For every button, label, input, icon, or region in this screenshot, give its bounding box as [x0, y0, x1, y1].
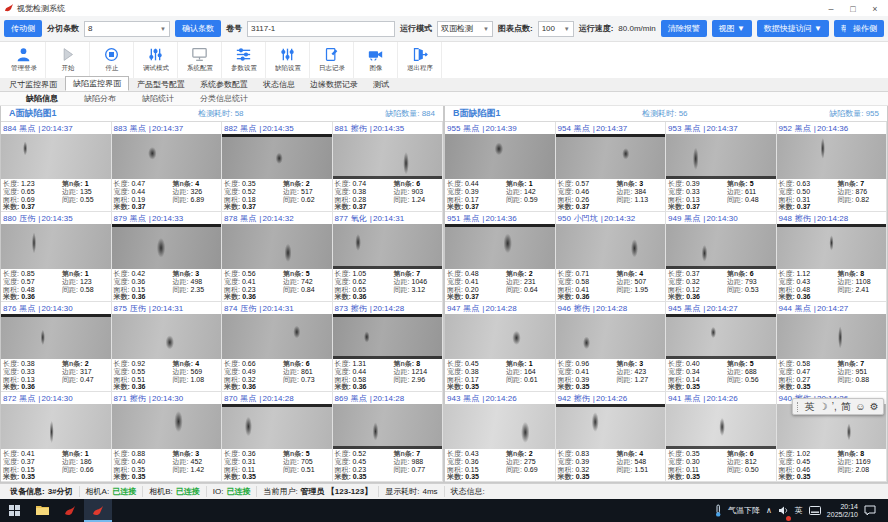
defect-cell[interactable]: 954 黑点 20:14:37 长度: 0.57 宽度: 0.46 面积: 0.… [556, 122, 667, 212]
main-tab-6[interactable]: 测试 [366, 78, 396, 91]
defect-cell[interactable]: 952 黑点 20:14:36 长度: 0.63 宽度: 0.50 面积: 0.… [777, 122, 888, 212]
maximize-button[interactable]: □ [842, 2, 864, 16]
operator-side-button[interactable]: 操作侧 [846, 20, 884, 37]
inspection-app-taskbar-button[interactable] [84, 499, 112, 522]
debug-mode-button[interactable]: 调试模式 [134, 42, 178, 78]
ime-item-5[interactable]: ⚙ [870, 401, 879, 412]
display-time-label: 显示耗时: [385, 486, 419, 497]
sub-tab-3[interactable]: 分类信息统计 [200, 93, 248, 104]
sub-tab-1[interactable]: 缺陷分布 [84, 93, 116, 104]
cell-gap: 1.08 [190, 376, 204, 383]
keyboard-icon[interactable] [809, 506, 821, 515]
cell-length: 0.71 [575, 270, 589, 277]
defect-cell[interactable]: 948 擦伤 20:14:28 长度: 1.12 宽度: 0.43 面积: 0.… [777, 212, 888, 302]
ime-drag-handle[interactable] [797, 402, 800, 412]
defect-cell[interactable]: 882 黑点 20:14:35 长度: 0.35 宽度: 0.52 面积: 0.… [222, 122, 333, 212]
ime-item-4[interactable]: ☺ [855, 401, 865, 412]
ime-item-0[interactable]: 英 [804, 400, 814, 414]
ime-item-3[interactable]: 简 [841, 400, 851, 414]
defect-cell[interactable]: 871 擦伤 20:14:30 长度: 0.88 宽度: 0.40 面积: 0.… [112, 392, 223, 482]
ime-item-1[interactable]: ☽ [819, 401, 828, 412]
defect-cell[interactable]: 942 擦伤 20:14:26 长度: 0.83 宽度: 0.39 面积: 0.… [556, 392, 667, 482]
defect-cell[interactable]: 955 黑点 20:14:39 长度: 0.44 宽度: 0.39 面积: 0.… [445, 122, 556, 212]
defect-cell[interactable]: 951 黑点 20:14:36 长度: 0.48 宽度: 0.41 面积: 0.… [445, 212, 556, 302]
defect-cell[interactable]: 880 压伤 20:14:35 长度: 0.85 宽度: 0.57 面积: 0.… [1, 212, 112, 302]
main-tab-3[interactable]: 系统参数配置 [193, 78, 255, 91]
panel-a: A面缺陷图1 检测耗时: 58 缺陷数量: 884 884 黑点 20:14:3… [0, 106, 444, 483]
confirm-count-button[interactable]: 确认条数 [175, 20, 221, 37]
defect-cell[interactable]: 879 黑点 20:14:33 长度: 0.42 宽度: 0.36 面积: 0.… [112, 212, 223, 302]
chart-points-select[interactable]: 100▼ [538, 21, 574, 37]
image-button[interactable]: 图像 [354, 42, 398, 78]
toolbar-button-2[interactable]: 数据快捷访问 ▼ [757, 20, 829, 37]
defect-cell[interactable]: 876 黑点 20:14:30 长度: 0.38 宽度: 0.33 面积: 0.… [1, 302, 112, 392]
defect-cell[interactable]: 870 黑点 20:14:28 长度: 0.36 宽度: 0.31 面积: 0.… [222, 392, 333, 482]
defect-cell[interactable]: 945 黑点 20:14:27 长度: 0.40 宽度: 0.34 面积: 0.… [666, 302, 777, 392]
run-mode-select[interactable]: 双面检测▼ [437, 21, 493, 37]
thermometer-icon[interactable] [714, 504, 722, 517]
close-button[interactable]: × [864, 2, 886, 16]
ime-item-2[interactable]: ’, [832, 401, 837, 412]
defect-cell[interactable]: 877 氧化 20:14:31 长度: 1.05 宽度: 0.62 面积: 0.… [333, 212, 444, 302]
defect-cell-header: 947 黑点 20:14:28 [445, 302, 555, 314]
main-tab-5[interactable]: 边缘数据记录 [303, 78, 365, 91]
exit-program-button[interactable]: 退出程序 [398, 42, 442, 78]
defect-type: 黑点 [240, 213, 256, 224]
defect-cell[interactable]: 949 黑点 20:14:30 长度: 0.37 宽度: 0.32 面积: 0.… [666, 212, 777, 302]
defect-cell[interactable]: 941 黑点 20:14:26 长度: 0.35 宽度: 0.30 面积: 0.… [666, 392, 777, 482]
drive-side-button[interactable]: 传动侧 [4, 20, 42, 37]
defect-cell[interactable]: 873 擦伤 20:14:28 长度: 1.31 宽度: 0.44 面积: 0.… [333, 302, 444, 392]
defect-cell[interactable]: 944 黑点 20:14:27 长度: 0.58 宽度: 0.47 面积: 0.… [777, 302, 888, 392]
defect-cell[interactable]: 950 小凹坑 20:14:32 长度: 0.71 宽度: 0.58 面积: 0… [556, 212, 667, 302]
cell-strip: 1 [529, 180, 533, 187]
main-tab-0[interactable]: 尺寸监控界面 [2, 78, 64, 91]
defect-cell[interactable]: 878 黑点 20:14:32 长度: 0.56 宽度: 0.41 面积: 0.… [222, 212, 333, 302]
defect-cell[interactable]: 869 黑点 20:14:28 长度: 0.52 宽度: 0.45 面积: 0.… [333, 392, 444, 482]
minimize-button[interactable]: – [820, 2, 842, 16]
defect-cell-header: 954 黑点 20:14:37 [556, 122, 666, 134]
defect-cell[interactable]: 875 压伤 20:14:31 长度: 0.92 宽度: 0.55 面积: 0.… [112, 302, 223, 392]
volume-button[interactable] [778, 502, 789, 520]
file-explorer-button[interactable] [28, 499, 56, 522]
defect-cell[interactable]: 881 擦伤 20:14:35 长度: 0.74 宽度: 0.38 面积: 0.… [333, 122, 444, 212]
action-center-icon[interactable] [864, 505, 876, 516]
toolbar-button-1[interactable]: 视图 ▼ [712, 20, 752, 37]
roll-number-input[interactable]: 3117-1 [247, 21, 395, 37]
stop-button[interactable]: 停止 [90, 42, 134, 78]
defect-cell[interactable]: 884 黑点 20:14:37 长度: 1.23 宽度: 0.65 面积: 0.… [1, 122, 112, 212]
defect-id: 873 [335, 304, 348, 313]
defect-cell[interactable]: 953 黑点 20:14:37 长度: 0.39 宽度: 0.33 面积: 0.… [666, 122, 777, 212]
main-tab-4[interactable]: 状态信息 [256, 78, 302, 91]
defect-cell[interactable]: 943 黑点 20:14:26 长度: 0.43 宽度: 0.36 面积: 0.… [445, 392, 556, 482]
defect-cell[interactable]: 947 黑点 20:14:28 长度: 0.45 宽度: 0.38 面积: 0.… [445, 302, 556, 392]
cell-gap: 1.13 [634, 196, 648, 203]
cell-gap: 0.66 [80, 466, 94, 473]
defect-cell[interactable]: 874 压伤 20:14:31 长度: 0.66 宽度: 0.49 面积: 0.… [222, 302, 333, 392]
cell-margin: 951 [855, 368, 867, 375]
start-button[interactable] [0, 499, 28, 522]
param-settings-button[interactable]: 参数设置 [222, 42, 266, 78]
system-config-button[interactable]: 系统配置 [178, 42, 222, 78]
cell-length: 1.23 [21, 180, 35, 187]
tray-expand-icon[interactable]: ∧ [766, 506, 772, 515]
toolbar-button-0[interactable]: 清除报警 [661, 20, 707, 37]
sub-tab-2[interactable]: 缺陷统计 [142, 93, 174, 104]
defect-image [666, 314, 776, 359]
taskbar-clock[interactable]: 20:14 2025/2/10 [827, 503, 858, 519]
split-count-select[interactable]: 8▼ [84, 21, 170, 37]
app-taskbar-button[interactable] [56, 499, 84, 522]
start-button[interactable]: 开始 [46, 42, 90, 78]
defect-cell[interactable]: 946 擦伤 20:14:28 长度: 0.96 宽度: 0.41 面积: 0.… [556, 302, 667, 392]
main-tab-1[interactable]: 缺陷监控界面 [65, 76, 129, 91]
weather-text[interactable]: 气温下降 [728, 505, 760, 516]
sub-tab-0[interactable]: 缺陷信息 [26, 93, 58, 104]
main-tab-2[interactable]: 产品型号配置 [130, 78, 192, 91]
ime-language-indicator[interactable]: 英 [795, 505, 803, 516]
cell-margin: 142 [524, 188, 536, 195]
defect-cell[interactable]: 872 黑点 20:14:30 长度: 0.41 宽度: 0.37 面积: 0.… [1, 392, 112, 482]
log-record-button[interactable]: 日志记录 [310, 42, 354, 78]
cell-width: 0.33 [21, 368, 35, 375]
admin-login-button[interactable]: 管理登录 [2, 42, 46, 78]
defect-cell[interactable]: 883 黑点 20:14:37 长度: 0.47 宽度: 0.44 面积: 0.… [112, 122, 223, 212]
defect-settings-button[interactable]: 缺陷设置 [266, 42, 310, 78]
